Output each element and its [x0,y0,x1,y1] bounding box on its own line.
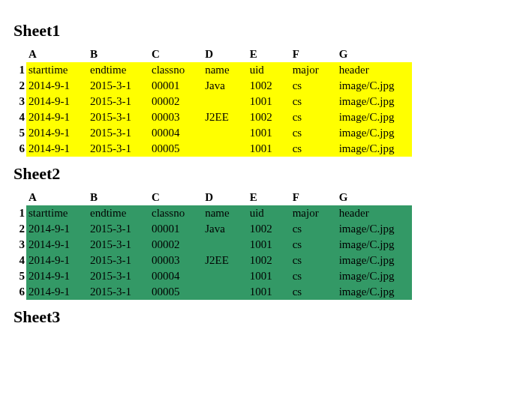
row-number: 1 [14,205,26,221]
cell: header [337,205,413,221]
cell: image/C.jpg [337,109,413,125]
table-row: 22014-9-12015-3-100001Java1002csimage/C.… [14,221,412,237]
cell: image/C.jpg [337,78,413,94]
cell: 2015-3-1 [88,94,149,109]
sheet-title: Sheet2 [14,164,518,184]
row-number: 4 [14,253,26,268]
cell: 00001 [149,78,203,94]
cell [203,268,247,284]
cell: 1002 [248,78,290,94]
cell: 2015-3-1 [88,237,149,253]
table-row: 62014-9-12015-3-1000051001csimage/C.jpg [14,284,412,300]
cell: 2014-9-1 [26,221,88,237]
cell: name [203,205,247,221]
row-number: 2 [14,221,26,237]
cell: starttime [26,205,88,221]
cell: starttime [26,62,88,78]
table-row: 42014-9-12015-3-100003J2EE1002csimage/C.… [14,253,412,268]
cell: cs [290,221,337,237]
cell: 2014-9-1 [26,109,88,125]
cell [203,237,247,253]
column-header: C [149,190,203,205]
cell: major [290,62,337,78]
cell: 1001 [248,141,290,157]
row-number: 5 [14,125,26,141]
cell: 2015-3-1 [88,268,149,284]
cell: Java [203,221,247,237]
column-header: B [88,46,149,62]
cell: 2014-9-1 [26,284,88,300]
cell: 1001 [248,94,290,109]
cell: J2EE [203,253,247,268]
cell: image/C.jpg [337,141,413,157]
row-number: 2 [14,78,26,94]
cell: 2015-3-1 [88,109,149,125]
row-number: 6 [14,284,26,300]
column-header: G [337,190,413,205]
cell: J2EE [203,109,247,125]
cell: 1001 [248,268,290,284]
sheet-table: ABCDEFG1starttimeendtimeclassnonameuidma… [14,190,412,300]
column-header: F [290,46,337,62]
cell: 1001 [248,237,290,253]
cell: 2015-3-1 [88,284,149,300]
cell: 2015-3-1 [88,125,149,141]
column-header: D [203,46,247,62]
cell: cs [290,284,337,300]
cell: 2014-9-1 [26,268,88,284]
cell: endtime [88,205,149,221]
column-header-row: ABCDEFG [14,46,412,62]
cell: image/C.jpg [337,125,413,141]
cell: image/C.jpg [337,268,413,284]
table-row: 32014-9-12015-3-1000021001csimage/C.jpg [14,94,412,109]
sheet-title: Sheet3 [14,307,518,327]
cell: 2015-3-1 [88,141,149,157]
cell [203,125,247,141]
cell: cs [290,78,337,94]
cell: 1001 [248,125,290,141]
cell: image/C.jpg [337,94,413,109]
cell: 2014-9-1 [26,125,88,141]
table-row: 22014-9-12015-3-100001Java1002csimage/C.… [14,78,412,94]
column-header: E [248,190,290,205]
cell: 00004 [149,268,203,284]
row-number: 3 [14,94,26,109]
cell: name [203,62,247,78]
cell: cs [290,237,337,253]
cell: cs [290,125,337,141]
corner-cell [14,190,26,205]
cell: cs [290,253,337,268]
document-root: Sheet1ABCDEFG1starttimeendtimeclassnonam… [14,21,518,327]
table-row: 62014-9-12015-3-1000051001csimage/C.jpg [14,141,412,157]
column-header: F [290,190,337,205]
cell: header [337,62,413,78]
column-header: A [26,190,88,205]
cell: 2015-3-1 [88,78,149,94]
cell: 2014-9-1 [26,253,88,268]
table-row: 32014-9-12015-3-1000021001csimage/C.jpg [14,237,412,253]
cell: 00005 [149,141,203,157]
cell: 2014-9-1 [26,94,88,109]
row-number: 4 [14,109,26,125]
column-header: E [248,46,290,62]
cell: 00002 [149,94,203,109]
cell: 2014-9-1 [26,78,88,94]
cell: 2015-3-1 [88,221,149,237]
cell: cs [290,141,337,157]
cell: 1002 [248,221,290,237]
cell: cs [290,94,337,109]
table-row: 42014-9-12015-3-100003J2EE1002csimage/C.… [14,109,412,125]
corner-cell [14,46,26,62]
cell: Java [203,78,247,94]
cell [203,284,247,300]
cell: 1002 [248,109,290,125]
row-number: 5 [14,268,26,284]
table-row: 52014-9-12015-3-1000041001csimage/C.jpg [14,125,412,141]
column-header: B [88,190,149,205]
cell: uid [248,62,290,78]
cell: 00003 [149,109,203,125]
cell: image/C.jpg [337,237,413,253]
column-header: C [149,46,203,62]
cell: cs [290,268,337,284]
column-header: D [203,190,247,205]
